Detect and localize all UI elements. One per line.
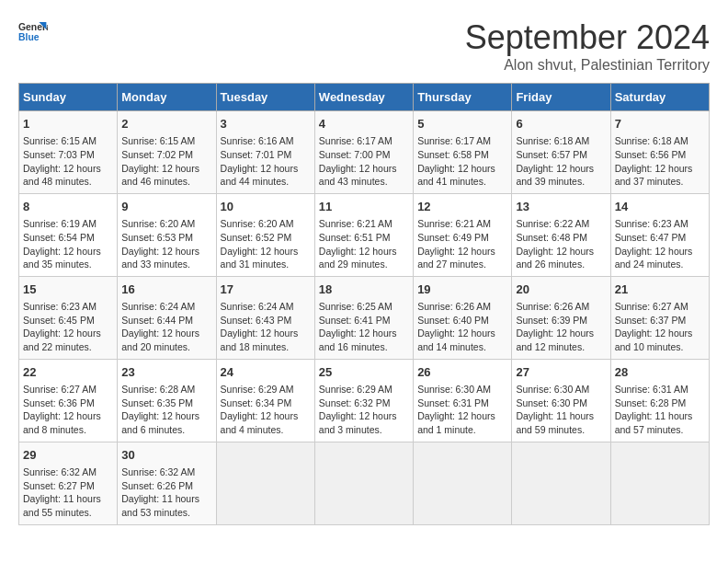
day-number: 1 — [23, 116, 113, 132]
daylight-label: Daylight: 12 hoursand 6 minutes. — [121, 410, 199, 435]
sunrise-label: Sunrise: 6:15 AM — [23, 135, 97, 146]
day-number: 8 — [23, 199, 113, 215]
calendar-week-1: 1 Sunrise: 6:15 AM Sunset: 7:03 PM Dayli… — [19, 111, 710, 194]
sunset-label: Sunset: 7:02 PM — [121, 149, 193, 160]
sunset-label: Sunset: 6:40 PM — [417, 315, 489, 326]
sunset-label: Sunset: 6:45 PM — [23, 315, 95, 326]
sunrise-label: Sunrise: 6:29 AM — [319, 384, 392, 395]
sunset-label: Sunset: 6:58 PM — [417, 149, 489, 160]
daylight-label: Daylight: 12 hoursand 4 minutes. — [221, 410, 299, 435]
day-number: 13 — [516, 199, 606, 215]
day-number: 23 — [121, 364, 211, 381]
sunset-label: Sunset: 6:57 PM — [516, 149, 587, 160]
daylight-label: Daylight: 12 hoursand 44 minutes. — [221, 163, 299, 188]
sunset-label: Sunset: 6:54 PM — [23, 232, 95, 243]
sunrise-label: Sunrise: 6:19 AM — [23, 218, 97, 229]
calendar-cell — [512, 442, 610, 524]
day-number: 21 — [615, 282, 705, 298]
sunset-label: Sunset: 6:32 PM — [319, 397, 391, 408]
sunrise-label: Sunrise: 6:16 AM — [221, 135, 294, 146]
day-number: 22 — [23, 364, 113, 381]
sunrise-label: Sunrise: 6:20 AM — [121, 218, 195, 229]
sunset-label: Sunset: 6:27 PM — [23, 480, 95, 491]
title-block: September 2024 Alon shvut, Palestinian T… — [465, 18, 710, 74]
daylight-label: Daylight: 12 hoursand 3 minutes. — [319, 410, 397, 435]
sunrise-label: Sunrise: 6:26 AM — [417, 301, 491, 312]
sunset-label: Sunset: 6:47 PM — [615, 232, 687, 243]
calendar-cell: 22 Sunrise: 6:27 AM Sunset: 6:36 PM Dayl… — [19, 359, 118, 442]
day-number: 15 — [23, 282, 113, 298]
sunrise-label: Sunrise: 6:28 AM — [121, 384, 195, 395]
daylight-label: Daylight: 11 hoursand 57 minutes. — [615, 410, 693, 435]
sunrise-label: Sunrise: 6:21 AM — [319, 218, 392, 229]
daylight-label: Daylight: 11 hoursand 55 minutes. — [23, 493, 101, 518]
calendar-week-4: 22 Sunrise: 6:27 AM Sunset: 6:36 PM Dayl… — [19, 359, 710, 442]
sunset-label: Sunset: 6:51 PM — [319, 232, 391, 243]
sunrise-label: Sunrise: 6:23 AM — [615, 218, 688, 229]
sunrise-label: Sunrise: 6:24 AM — [221, 301, 294, 312]
calendar-cell — [414, 442, 512, 524]
daylight-label: Daylight: 12 hoursand 48 minutes. — [23, 163, 101, 188]
sunset-label: Sunset: 6:49 PM — [417, 232, 489, 243]
calendar-cell: 17 Sunrise: 6:24 AM Sunset: 6:43 PM Dayl… — [216, 276, 314, 359]
daylight-label: Daylight: 12 hoursand 16 minutes. — [319, 327, 397, 352]
sunrise-label: Sunrise: 6:26 AM — [516, 301, 589, 312]
day-number: 19 — [417, 282, 507, 298]
day-number: 2 — [121, 116, 211, 132]
daylight-label: Daylight: 12 hoursand 18 minutes. — [221, 327, 299, 352]
calendar-cell: 10 Sunrise: 6:20 AM Sunset: 6:52 PM Dayl… — [216, 193, 314, 276]
daylight-label: Daylight: 12 hoursand 22 minutes. — [23, 327, 101, 352]
column-header-sunday: Sunday — [19, 84, 118, 111]
daylight-label: Daylight: 12 hoursand 24 minutes. — [615, 246, 693, 270]
calendar-cell: 26 Sunrise: 6:30 AM Sunset: 6:31 PM Dayl… — [414, 359, 512, 442]
sunset-label: Sunset: 6:35 PM — [121, 397, 193, 408]
sunset-label: Sunset: 6:39 PM — [516, 315, 587, 326]
calendar-cell: 30 Sunrise: 6:32 AM Sunset: 6:26 PM Dayl… — [118, 442, 216, 524]
calendar-cell: 25 Sunrise: 6:29 AM Sunset: 6:32 PM Dayl… — [314, 359, 413, 442]
day-number: 18 — [319, 282, 409, 298]
day-number: 6 — [516, 116, 606, 132]
sunset-label: Sunset: 7:01 PM — [221, 149, 292, 160]
daylight-label: Daylight: 12 hoursand 33 minutes. — [121, 246, 199, 270]
calendar-cell: 8 Sunrise: 6:19 AM Sunset: 6:54 PM Dayli… — [19, 193, 118, 276]
calendar-cell: 29 Sunrise: 6:32 AM Sunset: 6:27 PM Dayl… — [19, 442, 118, 524]
daylight-label: Daylight: 12 hoursand 39 minutes. — [516, 163, 594, 188]
day-number: 26 — [417, 364, 507, 381]
sunset-label: Sunset: 6:48 PM — [516, 232, 587, 243]
daylight-label: Daylight: 12 hoursand 26 minutes. — [516, 246, 594, 270]
calendar-cell: 4 Sunrise: 6:17 AM Sunset: 7:00 PM Dayli… — [314, 111, 413, 194]
calendar-cell: 1 Sunrise: 6:15 AM Sunset: 7:03 PM Dayli… — [19, 111, 118, 194]
day-number: 5 — [417, 116, 507, 132]
page-header: General Blue September 2024 Alon shvut, … — [18, 18, 710, 74]
calendar-cell: 2 Sunrise: 6:15 AM Sunset: 7:02 PM Dayli… — [118, 111, 216, 194]
calendar-cell: 28 Sunrise: 6:31 AM Sunset: 6:28 PM Dayl… — [610, 359, 709, 442]
day-number: 9 — [121, 199, 211, 215]
daylight-label: Daylight: 12 hoursand 29 minutes. — [319, 246, 397, 270]
sunset-label: Sunset: 6:44 PM — [121, 315, 193, 326]
calendar-cell: 21 Sunrise: 6:27 AM Sunset: 6:37 PM Dayl… — [610, 276, 709, 359]
column-header-tuesday: Tuesday — [216, 84, 314, 111]
sunrise-label: Sunrise: 6:20 AM — [221, 218, 294, 229]
daylight-label: Daylight: 12 hoursand 31 minutes. — [221, 246, 299, 270]
sunrise-label: Sunrise: 6:32 AM — [23, 466, 97, 477]
logo: General Blue — [18, 18, 48, 48]
daylight-label: Daylight: 12 hoursand 43 minutes. — [319, 163, 397, 188]
sunset-label: Sunset: 6:26 PM — [121, 480, 193, 491]
daylight-label: Daylight: 11 hoursand 53 minutes. — [121, 493, 199, 518]
calendar-header-row: SundayMondayTuesdayWednesdayThursdayFrid… — [19, 84, 710, 111]
calendar-cell: 14 Sunrise: 6:23 AM Sunset: 6:47 PM Dayl… — [610, 193, 709, 276]
sunrise-label: Sunrise: 6:23 AM — [23, 301, 97, 312]
day-number: 10 — [221, 199, 311, 215]
day-number: 28 — [615, 364, 705, 381]
sunrise-label: Sunrise: 6:18 AM — [516, 135, 589, 146]
day-number: 24 — [221, 364, 311, 381]
calendar-cell: 20 Sunrise: 6:26 AM Sunset: 6:39 PM Dayl… — [512, 276, 610, 359]
sunset-label: Sunset: 6:31 PM — [417, 397, 489, 408]
daylight-label: Daylight: 12 hoursand 46 minutes. — [121, 163, 199, 188]
main-title: September 2024 — [465, 18, 710, 57]
daylight-label: Daylight: 12 hoursand 20 minutes. — [121, 327, 199, 352]
daylight-label: Daylight: 12 hoursand 37 minutes. — [615, 163, 693, 188]
sunrise-label: Sunrise: 6:27 AM — [23, 384, 97, 395]
day-number: 11 — [319, 199, 409, 215]
column-header-thursday: Thursday — [414, 84, 512, 111]
